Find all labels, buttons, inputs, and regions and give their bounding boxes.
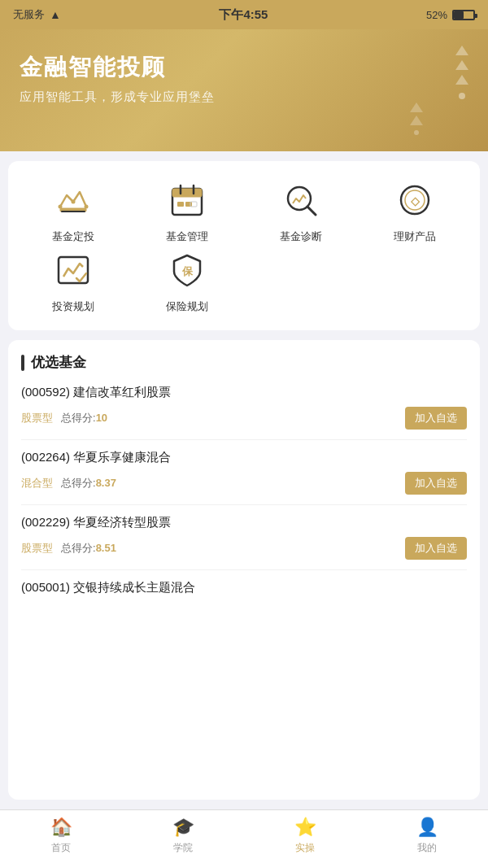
- crown-icon: [50, 177, 96, 223]
- tab-home[interactable]: 🏠 首页: [37, 817, 85, 855]
- hero-decoration2: [410, 103, 423, 135]
- fund-item-0: (000592) 建信改革红利股票 股票型 总得分:10 加入自选: [21, 385, 467, 440]
- menu-label-insurance-plan: 保险规划: [166, 299, 208, 314]
- academy-icon: 🎓: [172, 817, 194, 838]
- tab-home-label: 首页: [51, 841, 71, 855]
- svg-rect-6: [172, 189, 202, 197]
- section-title-text: 优选基金: [31, 353, 86, 372]
- tab-mine-label: 我的: [417, 841, 437, 855]
- menu-item-fund-manage[interactable]: 基金管理: [130, 177, 244, 244]
- menu-placeholder-4: [358, 247, 472, 314]
- menu-label-fund-manage: 基金管理: [166, 229, 208, 244]
- fund-type-0: 股票型: [21, 411, 53, 425]
- menu-item-insurance-plan[interactable]: 保 保险规划: [130, 247, 244, 314]
- status-bar: 无服务 ▲ 下午4:55 52%: [0, 0, 488, 29]
- menu-item-fund-invest[interactable]: 基金定投: [16, 177, 130, 244]
- tab-mine[interactable]: 👤 我的: [403, 817, 451, 855]
- fund-section: 优选基金 (000592) 建信改革红利股票 股票型 总得分:10 加入自选 (…: [8, 340, 480, 800]
- svg-text:保: 保: [181, 265, 194, 277]
- svg-point-2: [85, 205, 89, 209]
- menu-label-fund-invest: 基金定投: [52, 229, 94, 244]
- menu-section: 基金定投 基金管理: [8, 161, 480, 330]
- add-button-2[interactable]: 加入自选: [405, 537, 467, 560]
- tab-bar: 🏠 首页 🎓 学院 ⭐ 实操 👤 我的: [0, 809, 488, 868]
- battery-icon: [452, 10, 475, 20]
- chart-check-icon: [50, 247, 96, 293]
- svg-rect-17: [59, 257, 88, 283]
- menu-label-financial-product: 理财产品: [394, 229, 436, 244]
- fund-name-1: (002264) 华夏乐享健康混合: [21, 450, 467, 465]
- fund-meta-0: 股票型 总得分:10 加入自选: [21, 407, 467, 430]
- fund-score-0: 总得分:10: [61, 411, 107, 425]
- fund-item-1: (002264) 华夏乐享健康混合 混合型 总得分:8.37 加入自选: [21, 450, 467, 505]
- fund-name-3: (005001) 交银持续成长主题混合: [21, 580, 467, 595]
- tab-academy-label: 学院: [173, 841, 193, 855]
- practice-icon: ⭐: [294, 817, 316, 838]
- menu-placeholder-3: [244, 247, 358, 314]
- fund-meta-2: 股票型 总得分:8.51 加入自选: [21, 537, 467, 560]
- hero-decoration: [455, 46, 468, 103]
- add-button-0[interactable]: 加入自选: [405, 407, 467, 430]
- search-chart-icon: [278, 177, 324, 223]
- status-left: 无服务 ▲: [13, 7, 61, 22]
- svg-rect-9: [177, 202, 184, 207]
- fund-score-1: 总得分:8.37: [61, 476, 116, 491]
- status-time: 下午4:55: [219, 7, 268, 23]
- svg-point-3: [72, 200, 76, 204]
- carrier-label: 无服务: [13, 7, 45, 22]
- menu-item-fund-diagnose[interactable]: 基金诊断: [244, 177, 358, 244]
- fund-name-0: (000592) 建信改革红利股票: [21, 385, 467, 400]
- shield-icon: 保: [164, 247, 210, 293]
- fund-meta-1: 混合型 总得分:8.37 加入自选: [21, 472, 467, 495]
- tab-practice-label: 实操: [295, 841, 315, 855]
- svg-rect-10: [185, 202, 192, 207]
- add-button-1[interactable]: 加入自选: [405, 472, 467, 495]
- mine-icon: 👤: [416, 817, 438, 838]
- fund-item-3: (005001) 交银持续成长主题混合: [21, 580, 467, 612]
- title-bar-decoration: [21, 355, 24, 371]
- battery-label: 52%: [426, 9, 447, 21]
- fund-item-2: (002229) 华夏经济转型股票 股票型 总得分:8.51 加入自选: [21, 515, 467, 570]
- svg-point-1: [59, 205, 63, 209]
- menu-grid-row1: 基金定投 基金管理: [16, 177, 472, 244]
- menu-item-invest-plan[interactable]: 投资规划: [16, 247, 130, 314]
- fund-type-2: 股票型: [21, 541, 53, 556]
- home-icon: 🏠: [50, 817, 72, 838]
- hero-banner: 金融智能投顾 应用智能工具，形成专业应用堡垒: [0, 29, 488, 151]
- menu-grid-row2: 投资规划 保 保险规划: [16, 247, 472, 314]
- wifi-icon: ▲: [50, 8, 61, 21]
- status-right: 52%: [426, 9, 475, 21]
- fund-name-2: (002229) 华夏经济转型股票: [21, 515, 467, 530]
- hero-title: 金融智能投顾: [20, 52, 468, 83]
- hero-subtitle: 应用智能工具，形成专业应用堡垒: [20, 89, 468, 105]
- fund-score-2: 总得分:8.51: [61, 541, 116, 556]
- tab-academy[interactable]: 🎓 学院: [159, 817, 207, 855]
- coin-icon: ◇: [392, 177, 438, 223]
- menu-label-fund-diagnose: 基金诊断: [280, 229, 322, 244]
- svg-line-13: [307, 207, 316, 215]
- menu-label-invest-plan: 投资规划: [52, 299, 94, 314]
- fund-type-1: 混合型: [21, 476, 53, 491]
- calendar-icon: [164, 177, 210, 223]
- section-title: 优选基金: [21, 353, 467, 372]
- tab-practice[interactable]: ⭐ 实操: [281, 817, 329, 855]
- svg-text:◇: ◇: [410, 194, 420, 207]
- menu-item-financial-product[interactable]: ◇ 理财产品: [358, 177, 472, 244]
